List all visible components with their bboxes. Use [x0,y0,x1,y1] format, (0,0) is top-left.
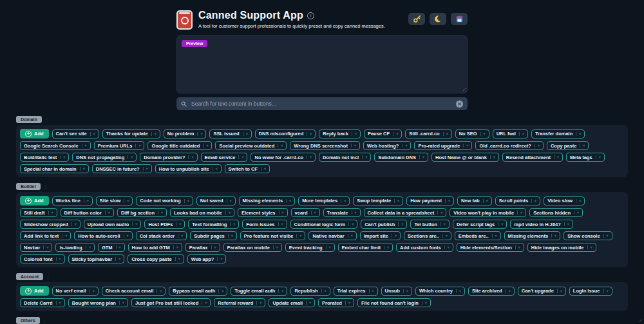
canned-message-button[interactable]: Still .carrd.co▾ [405,129,452,138]
chevron-down-icon[interactable]: ▾ [369,289,374,293]
chevron-down-icon[interactable]: ▾ [351,144,356,148]
chevron-down-icon[interactable]: ▾ [348,222,354,226]
canned-message-button[interactable]: Update email▾ [269,298,315,307]
canned-message-button[interactable]: Delete Carrd▾ [20,298,65,307]
canned-message-button[interactable]: Missing elements▾ [239,196,296,205]
canned-message-button[interactable]: Sticky top/navbar▾ [68,254,125,263]
canned-message-button[interactable]: Site archived▾ [468,287,515,296]
canned-message-button[interactable]: Copy paste▾ [547,141,589,150]
chevron-down-icon[interactable]: ▾ [256,301,261,305]
chevron-down-icon[interactable]: ▾ [456,289,461,293]
canned-message-button[interactable]: GTM▾ [98,243,125,252]
canned-message-button[interactable]: Scroll points▾ [495,196,540,205]
canned-message-button[interactable]: Old .carrd.co redirect?▾ [475,141,543,150]
chevron-down-icon[interactable]: ▾ [158,211,163,214]
canned-message-button[interactable]: Diff button color▾ [61,208,114,217]
canned-message-button[interactable]: Video won't play in mobile▾ [450,208,526,217]
chevron-down-icon[interactable]: ▾ [321,289,327,293]
canned-message-button[interactable]: Toggle email auth▾ [231,287,287,296]
canned-message-button[interactable]: Web hosting?▾ [363,141,411,150]
chevron-down-icon[interactable]: ▾ [62,234,67,238]
canned-message-button[interactable]: Domain provider?▾ [140,153,197,162]
save-button[interactable] [451,13,468,25]
canned-message-button[interactable]: Event tracking▾ [285,243,335,252]
chevron-down-icon[interactable]: ▾ [278,289,283,293]
canned-message-button[interactable]: DNS misconfigured▾ [255,129,316,138]
chevron-down-icon[interactable]: ▾ [228,234,233,238]
canned-message-button[interactable]: Republish▾ [290,287,330,296]
canned-message-button[interactable]: Navbar▾ [20,243,52,252]
canned-message-button[interactable]: Embeds are..▾ [455,231,501,240]
canned-message-button[interactable]: How payment▾ [406,196,454,205]
canned-message-button[interactable]: Video slow▾ [544,196,585,205]
chevron-down-icon[interactable]: ▾ [348,234,353,238]
chevron-down-icon[interactable]: ▾ [463,144,468,148]
canned-message-button[interactable]: Wrong DNS screenshot▾ [290,141,360,150]
chevron-down-icon[interactable]: ▾ [352,132,357,136]
canned-message-button[interactable]: No problem▾ [164,129,207,138]
preview-textarea[interactable]: Preview [176,35,468,93]
chevron-down-icon[interactable]: ▾ [202,301,207,305]
chevron-down-icon[interactable]: ▾ [326,245,331,249]
chevron-down-icon[interactable]: ▾ [184,199,189,203]
section-menu-icon[interactable]: ⋮ [43,318,47,323]
chevron-down-icon[interactable]: ▾ [307,155,312,159]
chevron-down-icon[interactable]: ▾ [531,199,536,203]
chevron-down-icon[interactable]: ▾ [341,199,346,203]
canned-message-button[interactable]: Parallax on mobile▾ [223,243,282,252]
canned-message-button[interactable]: Meta tags▾ [566,153,605,162]
chevron-down-icon[interactable]: ▾ [84,199,89,203]
add-button[interactable]: +Add [20,196,49,205]
section-badge-others[interactable]: Others [16,317,40,324]
chevron-down-icon[interactable]: ▾ [384,245,389,249]
chevron-down-icon[interactable]: ▾ [587,245,592,249]
canned-message-button[interactable]: Thanks for update▾ [102,129,160,138]
chevron-down-icon[interactable]: ▾ [352,211,357,214]
chevron-down-icon[interactable]: ▾ [217,257,222,261]
canned-message-button[interactable]: Google title outdated▾ [147,141,212,150]
chevron-down-icon[interactable]: ▾ [197,132,202,136]
chevron-down-icon[interactable]: ▾ [119,301,124,305]
section-badge-domain[interactable]: Domain [16,116,42,123]
chevron-down-icon[interactable]: ▾ [498,222,503,226]
canned-message-button[interactable]: Referral reward▾ [214,298,265,307]
canned-message-button[interactable]: Colored font▾ [20,254,65,263]
canned-message-button[interactable]: Resend attachment▾ [502,153,563,162]
canned-message-button[interactable]: No SEO▾ [455,129,489,138]
chevron-down-icon[interactable]: ▾ [261,167,266,171]
canned-message-button[interactable]: Domain not incl▾ [319,153,371,162]
chevron-down-icon[interactable]: ▾ [176,222,181,226]
chevron-down-icon[interactable]: ▾ [286,199,291,203]
chevron-down-icon[interactable]: ▾ [307,132,312,136]
chevron-down-icon[interactable]: ▾ [178,234,183,238]
canned-message-button[interactable]: Diff bg section▾ [117,208,167,217]
info-icon[interactable]: i [307,12,314,19]
canned-message-button[interactable]: Can't see site▾ [52,129,99,138]
chevron-down-icon[interactable]: ▾ [519,132,524,136]
chevron-down-icon[interactable]: ▾ [156,289,162,293]
chevron-down-icon[interactable]: ▾ [48,211,53,214]
chevron-down-icon[interactable]: ▾ [490,155,495,159]
canned-message-button[interactable]: SSL issued▾ [209,129,251,138]
chevron-down-icon[interactable]: ▾ [56,301,61,305]
chevron-down-icon[interactable]: ▾ [576,132,581,136]
chevron-down-icon[interactable]: ▾ [151,132,156,136]
chevron-down-icon[interactable]: ▾ [225,211,231,214]
chevron-down-icon[interactable]: ▾ [86,245,91,249]
canned-message-button[interactable]: Pro feature not visibe▾ [240,231,306,240]
canned-message-button[interactable]: How to add GTM▾ [128,243,182,252]
section-badge-account[interactable]: Account [16,273,43,280]
canned-message-button[interactable]: vcard▾ [291,208,320,217]
chevron-down-icon[interactable]: ▾ [393,132,398,136]
chevron-down-icon[interactable]: ▾ [132,222,137,226]
chevron-down-icon[interactable]: ▾ [80,167,85,171]
canned-message-button[interactable]: Sections hidden▾ [529,208,583,217]
canned-message-button[interactable]: Cross copy paste▾ [128,254,184,263]
chevron-down-icon[interactable]: ▾ [227,199,232,203]
canned-message-button[interactable]: Hide images on mobile▾ [527,243,596,252]
canned-message-button[interactable]: Subdir pages▾ [190,231,237,240]
chevron-down-icon[interactable]: ▾ [278,222,283,226]
chevron-down-icon[interactable]: ▾ [116,245,121,249]
canned-message-button[interactable]: How to auto-scroll▾ [74,231,132,240]
canned-message-button[interactable]: Bypass email auth▾ [169,287,227,296]
